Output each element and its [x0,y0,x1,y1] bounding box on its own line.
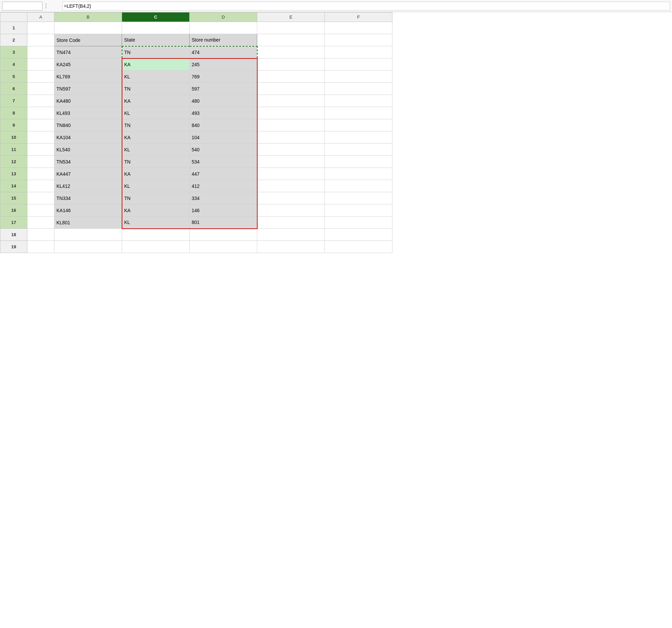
table-cell[interactable] [27,46,54,58]
table-cell[interactable] [27,95,54,107]
col-header-d[interactable]: D [190,12,257,22]
table-cell[interactable] [190,22,257,34]
table-cell[interactable]: TN [122,119,190,131]
table-cell[interactable]: TN [122,83,190,95]
table-cell[interactable]: KL [122,144,190,156]
table-cell[interactable]: Store number [190,34,257,46]
table-cell[interactable] [27,58,54,71]
table-cell[interactable]: TN534 [54,156,122,168]
table-cell[interactable] [27,192,54,204]
table-cell[interactable] [54,22,122,34]
table-cell[interactable]: 597 [190,83,257,95]
table-cell[interactable] [190,229,257,241]
table-cell[interactable]: 412 [190,180,257,192]
table-cell[interactable]: 480 [190,95,257,107]
table-cell[interactable]: TN597 [54,83,122,95]
table-cell[interactable] [27,71,54,83]
table-cell[interactable] [325,192,392,204]
table-cell[interactable]: 334 [190,192,257,204]
table-cell[interactable] [257,58,325,71]
table-cell[interactable]: KL [122,180,190,192]
table-cell[interactable] [325,168,392,180]
table-cell[interactable]: KA [122,204,190,217]
table-cell[interactable] [54,241,122,253]
table-cell[interactable] [27,144,54,156]
table-cell[interactable] [257,156,325,168]
table-cell[interactable] [257,46,325,58]
table-cell[interactable]: TN474 [54,46,122,58]
table-cell[interactable] [325,217,392,229]
table-cell[interactable] [122,229,190,241]
table-cell[interactable] [257,229,325,241]
cell-name-box[interactable] [2,2,43,10]
table-cell[interactable]: KA [122,58,190,71]
table-cell[interactable] [27,168,54,180]
table-cell[interactable] [27,217,54,229]
table-cell[interactable]: 769 [190,71,257,83]
table-cell[interactable] [54,229,122,241]
table-cell[interactable]: KA245 [54,58,122,71]
table-cell[interactable]: KA [122,95,190,107]
table-cell[interactable] [27,34,54,46]
table-cell[interactable]: TN [122,192,190,204]
table-cell[interactable]: KL801 [54,217,122,229]
table-cell[interactable]: 493 [190,107,257,119]
table-cell[interactable] [27,107,54,119]
col-header-c[interactable]: C [122,12,190,22]
table-cell[interactable] [325,71,392,83]
table-cell[interactable] [325,95,392,107]
table-cell[interactable] [257,22,325,34]
table-cell[interactable] [325,241,392,253]
table-cell[interactable] [27,241,54,253]
table-cell[interactable]: KA480 [54,95,122,107]
table-cell[interactable] [27,83,54,95]
table-cell[interactable]: KA447 [54,168,122,180]
table-cell[interactable]: 474 [190,46,257,58]
table-cell[interactable]: 146 [190,204,257,217]
table-cell[interactable]: State [122,34,190,46]
table-cell[interactable]: TN [122,156,190,168]
table-cell[interactable] [325,107,392,119]
table-cell[interactable] [257,144,325,156]
table-cell[interactable] [257,34,325,46]
table-cell[interactable]: TN [122,46,190,58]
table-cell[interactable] [325,22,392,34]
table-cell[interactable]: KA146 [54,204,122,217]
table-cell[interactable] [257,180,325,192]
col-header-f[interactable]: F [325,12,392,22]
table-cell[interactable] [122,241,190,253]
table-cell[interactable] [257,168,325,180]
table-cell[interactable]: Store Code [54,34,122,46]
table-cell[interactable] [325,180,392,192]
table-cell[interactable] [257,119,325,131]
table-cell[interactable] [27,156,54,168]
table-cell[interactable] [27,22,54,34]
table-cell[interactable]: TN334 [54,192,122,204]
table-cell[interactable] [325,83,392,95]
table-cell[interactable] [257,192,325,204]
table-cell[interactable] [325,46,392,58]
table-cell[interactable] [257,71,325,83]
table-cell[interactable] [257,217,325,229]
table-cell[interactable]: KA [122,131,190,144]
table-cell[interactable] [257,107,325,119]
table-cell[interactable] [257,131,325,144]
col-header-a[interactable]: A [27,12,54,22]
table-cell[interactable]: KL769 [54,71,122,83]
table-cell[interactable]: 534 [190,156,257,168]
table-cell[interactable] [257,95,325,107]
table-cell[interactable] [325,131,392,144]
table-cell[interactable] [325,144,392,156]
table-cell[interactable] [325,119,392,131]
table-cell[interactable] [257,241,325,253]
table-cell[interactable]: KL [122,71,190,83]
table-cell[interactable] [257,83,325,95]
table-cell[interactable] [27,229,54,241]
col-header-b[interactable]: B [54,12,122,22]
table-cell[interactable]: 104 [190,131,257,144]
table-cell[interactable] [27,131,54,144]
table-cell[interactable]: 540 [190,144,257,156]
table-cell[interactable] [27,119,54,131]
table-cell[interactable]: 801 [190,217,257,229]
table-cell[interactable]: 840 [190,119,257,131]
